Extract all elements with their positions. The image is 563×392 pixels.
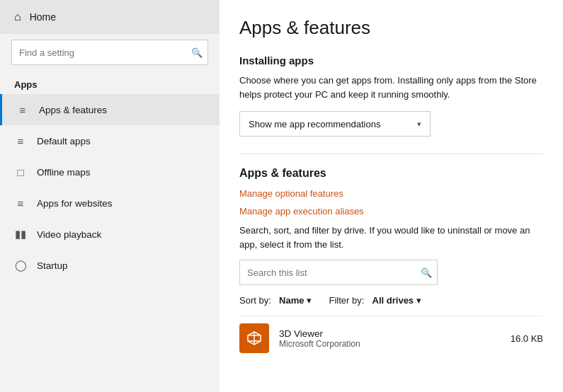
sort-dropdown[interactable]: Name ▾	[273, 295, 312, 306]
search-sort-description: Search, sort, and filter by drive. If yo…	[239, 224, 543, 251]
sidebar-item-startup[interactable]: ◯ Startup	[0, 250, 220, 281]
page-title: Apps & features	[239, 17, 543, 39]
installing-apps-heading: Installing apps	[239, 54, 543, 67]
list-item[interactable]: 3D Viewer Microsoft Corporation 16.0 KB	[239, 316, 543, 360]
sidebar-home-button[interactable]: ⌂ Home	[0, 0, 220, 34]
sidebar-item-default-apps[interactable]: ≡ Default apps	[0, 125, 220, 156]
apps-features-icon: ≡	[16, 104, 29, 116]
sidebar: ⌂ Home 🔍 Apps ≡ Apps & features ≡ Defaul…	[0, 0, 220, 392]
apps-features-heading: Apps & features	[239, 167, 543, 180]
search-list-container: 🔍	[239, 260, 438, 285]
find-setting-wrapper: 🔍	[0, 34, 220, 71]
sort-value: Name	[279, 295, 304, 306]
app-recommendations-dropdown[interactable]: Show me app recommendations ▾	[239, 111, 431, 137]
filter-label: Filter by: All drives ▾	[329, 295, 421, 306]
manage-optional-features-link[interactable]: Manage optional features	[239, 188, 543, 199]
sidebar-item-label: Startup	[37, 260, 68, 271]
sidebar-section-title: Apps	[0, 74, 220, 94]
sidebar-item-label: Apps & features	[39, 105, 107, 115]
filter-chevron-icon: ▾	[416, 295, 421, 306]
sidebar-item-apps-features[interactable]: ≡ Apps & features	[0, 94, 220, 125]
sidebar-item-offline-maps[interactable]: □ Offline maps	[0, 156, 220, 188]
dropdown-value: Show me app recommendations	[249, 119, 380, 129]
section-divider	[239, 154, 543, 154]
sidebar-item-apps-for-websites[interactable]: ≡ Apps for websites	[0, 188, 220, 219]
search-list-input[interactable]	[239, 260, 438, 285]
installing-apps-description: Choose where you can get apps from. Inst…	[239, 74, 543, 101]
filter-dropdown[interactable]: All drives ▾	[367, 295, 421, 306]
filter-value: All drives	[373, 295, 414, 306]
app-icon	[239, 323, 269, 353]
sidebar-item-label: Default apps	[37, 136, 91, 146]
sidebar-item-label: Video playback	[37, 229, 101, 240]
app-size: 16.0 KB	[511, 333, 543, 344]
offline-maps-icon: □	[14, 166, 27, 178]
app-name: 3D Viewer	[279, 328, 511, 339]
video-playback-icon: ▮▮	[14, 228, 27, 241]
sort-filter-row: Sort by: Name ▾ Filter by: All drives ▾	[239, 295, 543, 306]
app-list: 3D Viewer Microsoft Corporation 16.0 KB	[239, 316, 543, 360]
app-publisher: Microsoft Corporation	[279, 339, 511, 349]
find-setting-container: 🔍	[11, 40, 208, 65]
sidebar-item-label: Apps for websites	[37, 198, 113, 209]
main-content: Apps & features Installing apps Choose w…	[220, 0, 563, 392]
app-info: 3D Viewer Microsoft Corporation	[279, 328, 511, 349]
sidebar-item-label: Offline maps	[37, 167, 91, 178]
sidebar-item-video-playback[interactable]: ▮▮ Video playback	[0, 219, 220, 250]
find-setting-input[interactable]	[11, 40, 208, 65]
default-apps-icon: ≡	[14, 135, 27, 147]
home-icon: ⌂	[14, 11, 21, 23]
sort-label: Sort by: Name ▾	[239, 295, 312, 306]
home-label: Home	[30, 11, 56, 23]
chevron-down-icon: ▾	[417, 120, 421, 129]
sort-chevron-icon: ▾	[307, 295, 312, 306]
manage-app-execution-aliases-link[interactable]: Manage app execution aliases	[239, 206, 543, 217]
apps-for-websites-icon: ≡	[14, 197, 27, 209]
startup-icon: ◯	[14, 259, 27, 272]
